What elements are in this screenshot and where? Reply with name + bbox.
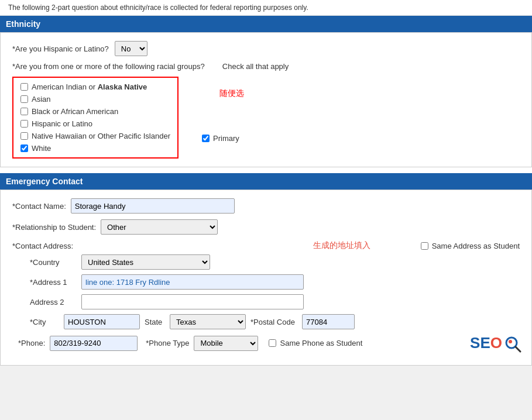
same-address-label: Same Address as Student xyxy=(432,242,520,250)
same-phone-row: Same Phone as Student xyxy=(269,339,362,347)
info-bar: The following 2-part question about ethn… xyxy=(0,0,532,16)
seo-s: S xyxy=(470,334,480,352)
cb-aian-label[interactable]: American Indian or Alaska Native xyxy=(20,82,170,91)
checkboxes-area: American Indian or Alaska Native Asian B… xyxy=(12,77,520,159)
cb-asian-label[interactable]: Asian xyxy=(20,95,170,104)
phone-type-select[interactable]: Mobile Home Work xyxy=(194,336,258,351)
primary-label: Primary xyxy=(213,134,239,143)
cb-hl-label[interactable]: Hispanic or Latino xyxy=(20,119,170,128)
ethnicity-body: *Are you Hispanic or Latino? No Yes *Are… xyxy=(0,32,532,167)
magnify-icon xyxy=(504,336,520,351)
svg-line-1 xyxy=(516,347,520,352)
phone-label: *Phone: xyxy=(18,339,45,347)
relationship-label: *Relationship to Student: xyxy=(12,223,96,232)
cb-aian[interactable] xyxy=(20,83,28,91)
emergency-contact-header: Emergency Contact xyxy=(0,173,532,190)
address1-input[interactable] xyxy=(81,274,304,290)
address2-input[interactable] xyxy=(81,294,304,309)
postal-input[interactable] xyxy=(302,314,355,329)
contact-name-input[interactable] xyxy=(71,198,235,214)
cb-nhpi[interactable] xyxy=(20,132,28,140)
emergency-contact-section: Emergency Contact *Contact Name: *Relati… xyxy=(0,173,532,366)
cb-hl[interactable] xyxy=(20,120,28,128)
address2-row: Address 2 xyxy=(12,294,520,309)
cb-baa-label[interactable]: Black or African American xyxy=(20,107,170,116)
phone-input[interactable] xyxy=(50,336,138,351)
contact-name-row: *Contact Name: xyxy=(12,198,520,214)
emergency-contact-body: *Contact Name: *Relationship to Student:… xyxy=(0,190,532,366)
seo-o: O xyxy=(490,334,502,352)
contact-name-label: *Contact Name: xyxy=(12,202,66,211)
cb-baa[interactable] xyxy=(20,108,28,115)
seo-e: E xyxy=(480,334,490,352)
same-address-checkbox[interactable] xyxy=(421,242,428,250)
relationship-select[interactable]: Other Parent Spouse Sibling Friend xyxy=(101,219,218,235)
seo-badge: S E O xyxy=(470,334,520,352)
address1-label: *Address 1 xyxy=(30,278,77,287)
primary-checkbox[interactable] xyxy=(202,135,210,142)
same-phone-label: Same Phone as Student xyxy=(280,339,362,347)
annotation-primary-area: 随便选 Primary xyxy=(202,77,244,143)
primary-row: Primary xyxy=(202,134,244,143)
svg-point-2 xyxy=(509,340,512,343)
info-bar-text: The following 2-part question about ethn… xyxy=(8,4,308,12)
address2-label: Address 2 xyxy=(30,298,77,307)
hispanic-select[interactable]: No Yes xyxy=(115,41,147,56)
city-label: *City xyxy=(30,318,59,326)
cb-asian[interactable] xyxy=(20,95,28,103)
cb-white-label[interactable]: White xyxy=(20,144,170,153)
ethnicity-section: Ethnicity *Are you Hispanic or Latino? N… xyxy=(0,16,532,167)
ethnicity-header: Ethnicity xyxy=(0,16,532,32)
country-label: *Country xyxy=(30,258,77,267)
racial-label: *Are you from one or more of the followi… xyxy=(12,62,205,71)
check-all-label: Check all that apply xyxy=(222,62,289,71)
same-address-row: 生成的地址填入 Same Address as Student xyxy=(313,240,520,251)
state-select[interactable]: Texas California New York Florida xyxy=(170,314,246,329)
cb-nhpi-label[interactable]: Native Hawaiian or Other Pacific Islande… xyxy=(20,132,170,140)
address1-row: *Address 1 xyxy=(12,274,520,290)
race-checkbox-group: American Indian or Alaska Native Asian B… xyxy=(12,77,179,159)
cb-white[interactable] xyxy=(20,144,28,152)
contact-address-header: *Contact Address: 生成的地址填入 Same Address a… xyxy=(12,240,520,251)
annotation-随便选: 随便选 xyxy=(219,88,244,99)
phone-row: *Phone: *Phone Type Mobile Home Work Sam… xyxy=(12,334,520,352)
hispanic-row: *Are you Hispanic or Latino? No Yes xyxy=(12,41,520,56)
phone-type-label: *Phone Type xyxy=(146,339,189,347)
same-phone-checkbox[interactable] xyxy=(269,339,276,347)
state-label: State xyxy=(145,318,165,326)
city-input[interactable] xyxy=(64,314,140,329)
contact-address-label: *Contact Address: xyxy=(12,242,73,250)
country-select[interactable]: United States Canada Mexico xyxy=(81,254,210,270)
country-row: *Country United States Canada Mexico xyxy=(12,254,520,270)
postal-label: *Postal Code xyxy=(250,318,297,326)
annotation-address: 生成的地址填入 xyxy=(313,240,370,251)
city-state-postal-row: *City State Texas California New York Fl… xyxy=(12,314,520,329)
racial-row: *Are you from one or more of the followi… xyxy=(12,62,520,71)
hispanic-label: *Are you Hispanic or Latino? xyxy=(12,44,109,53)
relationship-row: *Relationship to Student: Other Parent S… xyxy=(12,219,520,235)
